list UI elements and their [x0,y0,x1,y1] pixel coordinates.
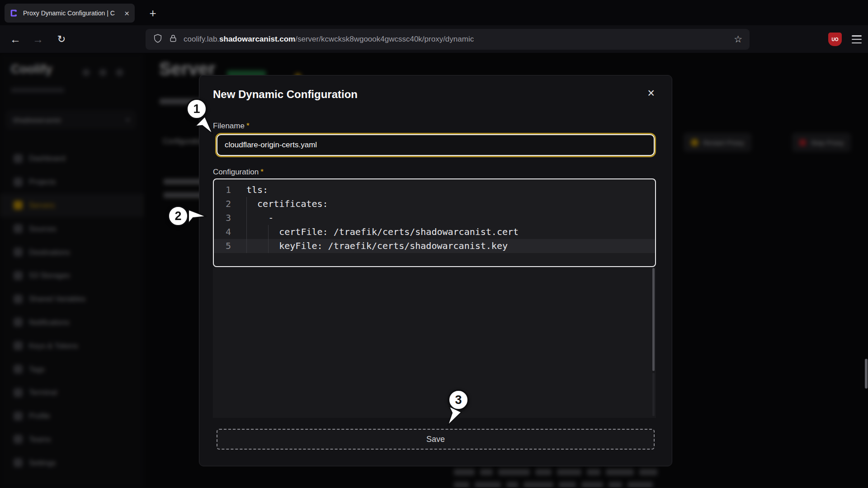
new-dynamic-configuration-modal: New Dynamic Configuration × Filename* Co… [199,75,672,466]
filename-input[interactable] [217,134,655,156]
code-line-2: 2 certificates: [214,197,655,211]
code-text: certificates: [246,197,328,211]
hamburger-menu-icon[interactable] [852,35,862,43]
editor-scroll-area[interactable] [213,267,656,418]
code-line-5: 5 keyFile: /traefik/certs/shadowarcanist… [214,239,655,253]
configuration-label: Configuration* [213,168,264,177]
ublock-extension-icon[interactable]: UO [828,33,842,46]
indent-guide [246,197,247,253]
reload-icon[interactable]: ↻ [52,25,71,53]
line-number: 5 [214,239,237,253]
code-text: - [246,211,274,225]
browser-window: Proxy Dynamic Configuration | C × + ← → … [0,0,868,488]
code-line-3: 3 - [214,211,655,225]
new-tab-button[interactable]: + [144,4,162,23]
editor-scrollbar-track [652,373,655,416]
indent-guide [268,225,269,253]
code-text: keyFile: /traefik/certs/shadowarcanist.k… [246,239,508,253]
forward-icon[interactable]: → [28,25,48,53]
save-button[interactable]: Save [217,429,655,450]
browser-tab[interactable]: Proxy Dynamic Configuration | C × [5,4,135,23]
required-asterisk: * [259,168,264,176]
required-asterisk: * [245,122,250,130]
annotation-marker-2: 2 [168,206,189,226]
line-number: 2 [214,197,237,211]
code-line-1: 1tls: [214,183,655,197]
tab-strip: Proxy Dynamic Configuration | C × + [0,0,868,25]
coolify-favicon-icon [10,9,19,18]
back-icon[interactable]: ← [5,25,25,53]
line-number: 3 [214,211,237,225]
shield-icon[interactable] [153,33,163,45]
tab-close-icon[interactable]: × [123,9,129,18]
page-scrollbar-thumb[interactable] [865,359,868,389]
code-text: certFile: /traefik/certs/shadowarcanist.… [246,225,519,239]
url-bar[interactable]: coolify.lab.shadowarcanist.com/server/kc… [146,29,750,50]
bookmark-star-icon[interactable]: ☆ [734,34,742,45]
tab-title: Proxy Dynamic Configuration | C [23,9,118,17]
page-viewport: Coolify Shadowarcanist ▾ Dashboard Proje… [0,53,868,488]
line-number: 4 [214,225,237,239]
url-text: coolify.lab.shadowarcanist.com/server/kc… [184,35,474,44]
configuration-code-editor[interactable]: 1tls:2 certificates:3 -4 certFile: /trae… [213,178,656,267]
modal-close-icon[interactable]: × [647,87,655,99]
code-line-4: 4 certFile: /traefik/certs/shadowarcanis… [214,225,655,239]
modal-title: New Dynamic Configuration [213,88,358,101]
line-number: 1 [214,183,237,197]
code-text: tls: [246,183,268,197]
editor-scrollbar-thumb[interactable] [652,268,655,371]
annotation-arrow-2-icon [187,207,207,225]
browser-toolbar: ← → ↻ coolify.lab.shadowarcanist.com/ser… [0,25,868,53]
lock-icon [169,34,178,45]
